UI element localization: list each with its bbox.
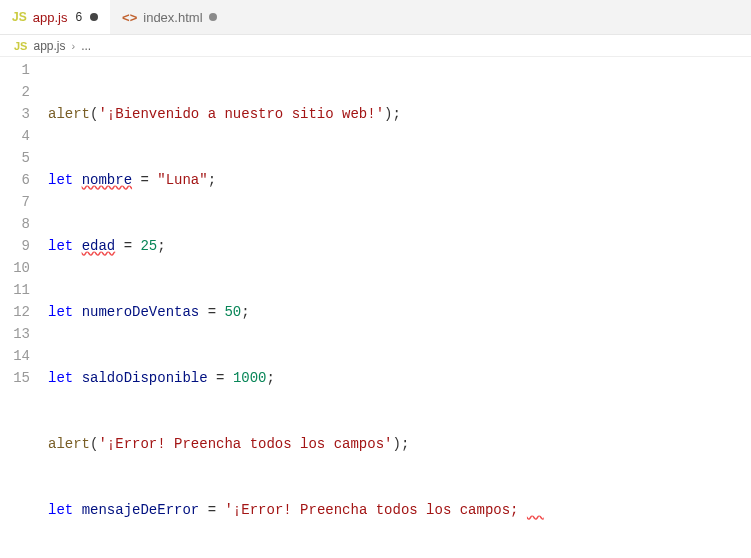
code-line[interactable]: let edad = 25; <box>48 235 751 257</box>
token-punct: ); <box>392 436 409 452</box>
token-op: = <box>208 370 233 386</box>
tab-problems-badge: 6 <box>73 10 84 24</box>
token-kw: let <box>48 172 73 188</box>
chevron-right-icon: › <box>72 40 76 52</box>
tab-label: app.js <box>33 10 68 25</box>
token-fn: alert <box>48 106 90 122</box>
token-kw: let <box>48 304 73 320</box>
modified-dot-icon <box>209 13 217 21</box>
token-var: saldoDisponible <box>82 370 208 386</box>
tab-app-js[interactable]: JS app.js 6 <box>0 0 110 34</box>
token-punct: ; <box>266 370 274 386</box>
js-icon: JS <box>14 40 27 52</box>
token-string: '¡Error! Preencha todos los campos' <box>98 436 392 452</box>
token-var: edad <box>82 238 116 254</box>
line-number: 8 <box>0 213 30 235</box>
code-area[interactable]: alert('¡Bienvenido a nuestro sitio web!'… <box>48 57 751 558</box>
token-punct: ); <box>384 106 401 122</box>
code-line[interactable]: let numeroDeVentas = 50; <box>48 301 751 323</box>
token-string: "Luna" <box>157 172 207 188</box>
token-var: numeroDeVentas <box>82 304 200 320</box>
line-number: 5 <box>0 147 30 169</box>
token-kw: let <box>48 502 73 518</box>
line-number: 14 <box>0 345 30 367</box>
error-squiggle <box>527 502 544 518</box>
line-number: 13 <box>0 323 30 345</box>
code-line[interactable]: let mensajeDeError = '¡Error! Preencha t… <box>48 499 751 521</box>
line-number: 3 <box>0 103 30 125</box>
token-op: = <box>132 172 157 188</box>
tab-label: index.html <box>143 10 202 25</box>
html-icon: <> <box>122 10 137 25</box>
line-number: 11 <box>0 279 30 301</box>
tabs-bar: JS app.js 6 <> index.html <box>0 0 751 35</box>
token-num: 25 <box>140 238 157 254</box>
line-number: 10 <box>0 257 30 279</box>
js-icon: JS <box>12 10 27 24</box>
line-number: 1 <box>0 59 30 81</box>
tab-index-html[interactable]: <> index.html <box>110 0 228 34</box>
modified-dot-icon <box>90 13 98 21</box>
token-punct: ; <box>157 238 165 254</box>
line-number: 15 <box>0 367 30 389</box>
line-number: 4 <box>0 125 30 147</box>
breadcrumb[interactable]: JS app.js › ... <box>0 35 751 57</box>
line-number: 7 <box>0 191 30 213</box>
token-punct: ; <box>241 304 249 320</box>
token-num: 50 <box>224 304 241 320</box>
code-editor[interactable]: 1 2 3 4 5 6 7 8 9 10 11 12 13 14 15 aler… <box>0 57 751 558</box>
code-line[interactable]: let saldoDisponible = 1000; <box>48 367 751 389</box>
line-gutter: 1 2 3 4 5 6 7 8 9 10 11 12 13 14 15 <box>0 57 48 558</box>
line-number: 2 <box>0 81 30 103</box>
code-line[interactable]: alert('¡Bienvenido a nuestro sitio web!'… <box>48 103 751 125</box>
token-string: '¡Error! Preencha todos los campos; <box>224 502 518 518</box>
token-punct: ; <box>208 172 216 188</box>
token-fn: alert <box>48 436 90 452</box>
token-op: = <box>199 304 224 320</box>
token-op: = <box>115 238 140 254</box>
code-line[interactable]: let nombre = "Luna"; <box>48 169 751 191</box>
code-line[interactable]: alert('¡Error! Preencha todos los campos… <box>48 433 751 455</box>
line-number: 9 <box>0 235 30 257</box>
token-num: 1000 <box>233 370 267 386</box>
token-op: = <box>199 502 224 518</box>
token-var: mensajeDeError <box>82 502 200 518</box>
token-string: '¡Bienvenido a nuestro sitio web!' <box>98 106 384 122</box>
token-kw: let <box>48 238 73 254</box>
breadcrumb-more: ... <box>81 39 91 53</box>
token-var: nombre <box>82 172 132 188</box>
breadcrumb-file: app.js <box>33 39 65 53</box>
line-number: 12 <box>0 301 30 323</box>
line-number: 6 <box>0 169 30 191</box>
token-kw: let <box>48 370 73 386</box>
